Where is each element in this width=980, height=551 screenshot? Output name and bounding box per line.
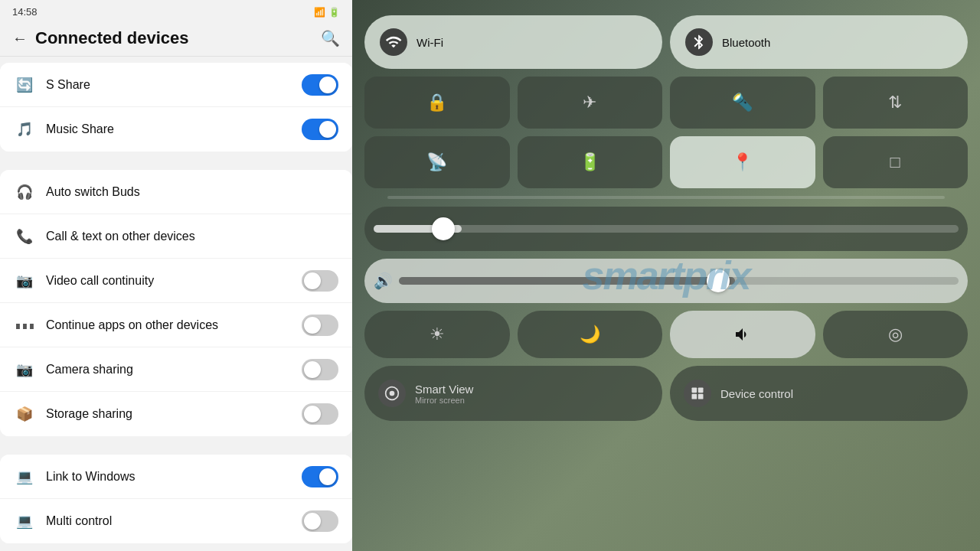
list-item-continue-apps[interactable]: ∎∎∎ Continue apps on other devices: [0, 303, 352, 347]
qs-volume-row: 🔊: [364, 259, 968, 303]
device-control-tile[interactable]: Device control: [670, 366, 968, 421]
auto-switch-buds-text: Auto switch Buds: [46, 185, 338, 199]
list-item-s-share[interactable]: 🔄 S Share: [0, 63, 352, 107]
battery-icon: 🔋: [328, 7, 340, 18]
volume-slider-icon: 🔊: [374, 272, 393, 290]
device-control-text: Device control: [720, 387, 793, 400]
s-share-toggle[interactable]: [302, 74, 338, 96]
section-gap-1: [0, 158, 352, 164]
link-windows-label: Link to Windows: [46, 470, 302, 484]
qs-multiwindow-tile[interactable]: □: [823, 136, 969, 188]
s-share-text: S Share: [46, 78, 302, 92]
multi-control-toggle[interactable]: [302, 510, 338, 532]
status-time: 14:58: [12, 6, 38, 18]
qs-sound-tile[interactable]: [670, 311, 815, 358]
auto-switch-buds-label: Auto switch Buds: [46, 185, 338, 199]
storage-sharing-knob: [304, 406, 321, 422]
volume-slider-tile[interactable]: 🔊: [364, 259, 968, 303]
qs-data-switch-tile[interactable]: ⇅: [823, 77, 969, 129]
back-button[interactable]: ←: [12, 30, 28, 47]
s-share-knob: [319, 77, 336, 93]
list-item-video-call[interactable]: 📷 Video call continuity: [0, 259, 352, 303]
multi-control-knob: [304, 513, 321, 530]
music-share-text: Music Share: [46, 122, 302, 136]
qs-airplane-tile[interactable]: ✈: [518, 77, 663, 129]
qs-night-mode-tile[interactable]: 🌙: [518, 311, 663, 358]
link-windows-text: Link to Windows: [46, 470, 302, 484]
list-item-camera-sharing[interactable]: 📷 Camera sharing: [0, 347, 352, 392]
status-bar: 14:58 📶 🔋: [0, 0, 352, 21]
link-windows-toggle[interactable]: [302, 466, 338, 487]
list-item-link-windows[interactable]: 💻 Link to Windows: [0, 455, 352, 499]
wifi-tile[interactable]: Wi-Fi: [364, 15, 662, 69]
video-call-knob: [304, 272, 321, 289]
device-control-icon: [684, 380, 711, 407]
svg-rect-3: [698, 388, 704, 393]
call-text-text: Call & text on other devices: [46, 230, 338, 243]
smart-view-text: Smart View Mirror screen: [415, 383, 473, 405]
qs-grid-row-2: 📡 🔋 📍 □: [364, 136, 968, 188]
smart-view-sub: Mirror screen: [415, 396, 473, 405]
qs-nfc-tile[interactable]: 📡: [364, 136, 510, 188]
list-item-storage-sharing[interactable]: 📦 Storage sharing: [0, 392, 352, 436]
qs-brightness-row: [364, 207, 968, 251]
music-share-label: Music Share: [46, 122, 302, 136]
video-call-text: Video call continuity: [46, 274, 302, 288]
qs-focus-tile[interactable]: ◎: [823, 311, 969, 358]
bluetooth-tile[interactable]: Bluetooth: [670, 15, 968, 69]
device-control-label: Device control: [720, 387, 793, 400]
link-windows-icon: 💻: [14, 466, 35, 487]
music-share-icon: 🎵: [14, 119, 35, 140]
music-share-knob: [319, 121, 336, 138]
s-share-label: S Share: [46, 78, 302, 92]
settings-list: 🔄 S Share 🎵 Music Share: [0, 57, 352, 551]
qs-bottom-icons-row: ☀ 🌙 ◎: [364, 311, 968, 358]
qs-lock-tile[interactable]: 🔒: [364, 77, 510, 129]
bluetooth-icon: [685, 28, 713, 56]
storage-sharing-icon: 📦: [14, 403, 35, 425]
smart-view-icon: [378, 380, 406, 407]
page-indicator: [387, 196, 945, 199]
page-title: Connected devices: [35, 28, 189, 48]
search-button[interactable]: 🔍: [321, 29, 340, 47]
smart-view-tile[interactable]: Smart View Mirror screen: [364, 366, 662, 421]
video-call-icon: 📷: [14, 270, 35, 292]
video-call-toggle[interactable]: [302, 270, 338, 292]
list-item-music-share[interactable]: 🎵 Music Share: [0, 107, 352, 152]
qs-wireless-tile[interactable]: 🔋: [518, 136, 663, 188]
phone-settings-panel: 14:58 📶 🔋 ← Connected devices 🔍 🔄 S Shar…: [0, 0, 352, 551]
qs-location-tile[interactable]: 📍: [670, 136, 815, 188]
list-item-call-text[interactable]: 📞 Call & text on other devices: [0, 214, 352, 259]
storage-sharing-text: Storage sharing: [46, 407, 302, 421]
continue-apps-toggle[interactable]: [302, 315, 338, 336]
music-share-toggle[interactable]: [302, 119, 338, 140]
brightness-slider-tile[interactable]: [364, 207, 968, 251]
continue-apps-icon: ∎∎∎: [14, 315, 35, 336]
section-link: 💻 Link to Windows 💻 Multi control: [0, 455, 352, 543]
qs-flashlight-tile[interactable]: 🔦: [670, 77, 815, 129]
multi-control-icon: 💻: [14, 510, 35, 532]
signal-icon: 📶: [314, 7, 325, 18]
multi-control-label: Multi control: [46, 514, 302, 528]
brightness-track: [374, 225, 959, 233]
brightness-thumb[interactable]: [432, 217, 455, 240]
list-item-auto-switch-buds[interactable]: 🎧 Auto switch Buds: [0, 170, 352, 214]
storage-sharing-toggle[interactable]: [302, 403, 338, 425]
qs-grid-row-1: 🔒 ✈ 🔦 ⇅: [364, 77, 968, 129]
link-windows-knob: [319, 468, 336, 485]
volume-thumb[interactable]: [707, 269, 730, 292]
call-text-label: Call & text on other devices: [46, 230, 338, 243]
qs-auto-brightness-tile[interactable]: ☀: [364, 311, 510, 358]
wifi-label: Wi-Fi: [416, 36, 443, 49]
wifi-icon: [380, 28, 407, 56]
status-icons: 📶 🔋: [314, 7, 340, 18]
quick-settings-panel: smartprix Wi-Fi Bluetooth 🔒 ✈ 🔦 ⇅: [352, 0, 980, 551]
continue-apps-knob: [304, 317, 321, 334]
camera-sharing-knob: [304, 361, 321, 378]
list-item-multi-control[interactable]: 💻 Multi control: [0, 499, 352, 543]
smart-view-label: Smart View: [415, 383, 473, 396]
svg-rect-4: [692, 394, 697, 399]
svg-rect-2: [692, 388, 697, 393]
camera-sharing-toggle[interactable]: [302, 359, 338, 380]
storage-sharing-label: Storage sharing: [46, 407, 302, 421]
